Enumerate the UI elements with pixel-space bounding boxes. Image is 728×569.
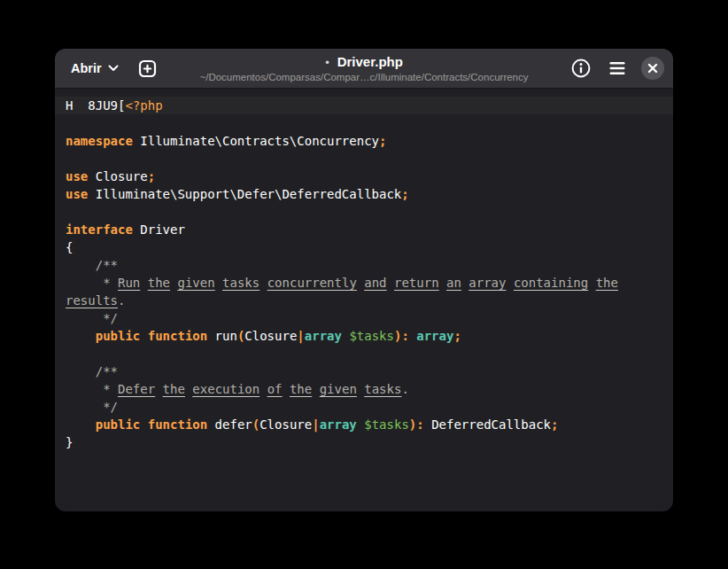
- window-title: Driver.php: [337, 54, 403, 69]
- open-button[interactable]: Abrir: [67, 56, 122, 81]
- main-menu-button[interactable]: [607, 59, 628, 77]
- modified-indicator-dot: •: [325, 56, 329, 69]
- code-line: H 8JU9[<?php: [55, 97, 673, 114]
- tab-new-icon: [138, 59, 157, 78]
- code-editor[interactable]: H 8JU9[<?phpnamespace Illuminate\Contrac…: [55, 90, 673, 511]
- code-line: public function defer(Closure|array $tas…: [55, 416, 673, 433]
- code-line: [55, 150, 673, 168]
- close-icon: [647, 63, 658, 74]
- code-line: interface Driver: [55, 221, 673, 238]
- code-line: public function run(Closure|array $tasks…: [55, 327, 673, 345]
- code-line: */: [55, 309, 673, 327]
- new-tab-button[interactable]: [136, 58, 159, 80]
- code-line: * Defer the execution of the given tasks…: [55, 380, 673, 398]
- code-line: * Run the given tasks concurrently and r…: [55, 274, 673, 292]
- code-line: use Illuminate\Support\Defer\DeferredCal…: [55, 185, 673, 203]
- info-icon: [570, 58, 592, 79]
- text-editor-window: Abrir •Driver.php ~/Documentos/Comparsas…: [55, 49, 673, 511]
- open-button-label: Abrir: [71, 61, 102, 75]
- code-line: /**: [55, 256, 673, 274]
- code-line: results.: [55, 292, 673, 309]
- code-line: {: [55, 238, 673, 256]
- code-line: /**: [55, 362, 673, 380]
- headerbar-right-group: [569, 56, 673, 81]
- code-line: [55, 203, 673, 221]
- info-button[interactable]: [569, 56, 593, 81]
- headerbar-left-group: Abrir: [55, 56, 159, 81]
- code-line: use Closure;: [55, 168, 673, 185]
- hamburger-menu-icon: [608, 61, 626, 75]
- close-button[interactable]: [641, 57, 664, 80]
- code-line: namespace Illuminate\Contracts\Concurren…: [55, 132, 673, 150]
- code-line: }: [55, 433, 673, 451]
- code-line: [55, 114, 673, 132]
- code-line: */: [55, 398, 673, 416]
- code-line: [55, 345, 673, 362]
- headerbar: Abrir •Driver.php ~/Documentos/Comparsas…: [55, 49, 673, 89]
- chevron-down-icon: [108, 65, 119, 72]
